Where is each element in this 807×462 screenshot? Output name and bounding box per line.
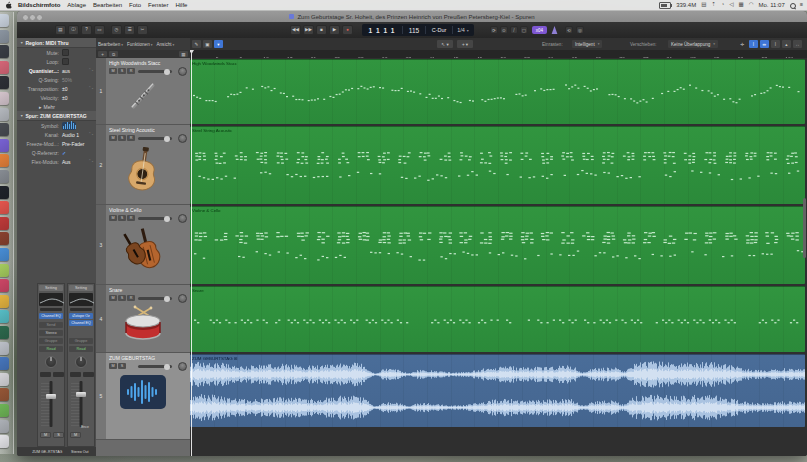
pan-knob[interactable] — [178, 294, 187, 303]
menu-clock[interactable]: Mo. 11:07 — [759, 2, 785, 8]
track-menu-bearbeiten[interactable]: Bearbeiten▾ — [98, 42, 123, 47]
smart-controls-button[interactable]: ◷ — [111, 25, 122, 35]
checkmark-icon[interactable]: ✓ — [62, 150, 66, 156]
dock-app-icon[interactable] — [0, 388, 9, 401]
menu-item-foto[interactable]: Foto — [129, 2, 141, 8]
slider-thumb[interactable] — [164, 364, 170, 370]
insert-izotope[interactable]: iZotope Oz — [69, 313, 93, 319]
toolbar-button[interactable]: ▭ — [94, 25, 105, 35]
fader-thumb[interactable] — [46, 394, 56, 399]
dock-app-icon[interactable] — [0, 61, 9, 74]
output-slot[interactable]: Stereo — [39, 330, 63, 336]
solo-button[interactable]: ▢ — [520, 26, 528, 34]
apple-loops-button[interactable]: ⟲ — [565, 26, 573, 34]
lcd-signature[interactable]: 1/4▾ — [453, 24, 473, 36]
dock-app-icon[interactable] — [0, 326, 9, 339]
track-inspector-header[interactable]: ▼Spur: ZUM GEBURTSTAG — [17, 111, 96, 121]
strip-mute-button[interactable]: M — [40, 432, 51, 438]
forward-button[interactable]: ▶▶ — [303, 25, 314, 35]
upload-icon[interactable]: ⇡ — [711, 2, 716, 8]
bounce-button[interactable]: Bnce — [81, 425, 89, 429]
dock-app-icon[interactable] — [0, 201, 9, 214]
dock-app-icon[interactable] — [0, 14, 9, 27]
region-inspector-header[interactable]: ▼Region: MIDI Thru — [17, 38, 96, 48]
insert-channel-eq[interactable]: Channel EQ — [39, 313, 63, 319]
region-high-woodwinds-stacc[interactable]: High Woodwinds Stacc — [190, 59, 805, 124]
dock-app-icon[interactable] — [0, 170, 9, 183]
inspector-value[interactable]: ±0 — [62, 95, 68, 101]
control-center-icon[interactable]: ≡ — [800, 2, 803, 8]
stepper-icon[interactable]: ⌃⌄ — [88, 69, 94, 72]
menu-item-fenster[interactable]: Fenster — [148, 2, 168, 8]
drag-menu[interactable]: Keine Überlappung▾ — [668, 40, 718, 48]
region-snare[interactable]: Snare — [190, 286, 805, 352]
group-slot[interactable]: Gruppe — [39, 338, 63, 344]
rewind-button[interactable]: ◀◀ — [290, 25, 301, 35]
dock-app-icon[interactable] — [0, 108, 9, 121]
time-machine-icon[interactable]: ◔ — [721, 2, 724, 8]
inspector-value[interactable]: Aus — [62, 159, 71, 165]
dock-app-icon[interactable] — [0, 232, 9, 245]
mute-button[interactable]: M — [109, 135, 117, 141]
track-header-5[interactable]: 5ZUM GEBURTSTAGMS — [96, 353, 190, 440]
h-zoom-icon[interactable]: ↔ — [793, 40, 802, 48]
mute-button[interactable]: M — [109, 363, 117, 369]
dock-app-icon[interactable] — [0, 92, 9, 105]
slider-thumb[interactable] — [164, 216, 170, 222]
snap-menu[interactable]: Intelligent▾ — [572, 40, 602, 48]
automation-mode[interactable]: Read — [39, 346, 63, 352]
track-sort-button[interactable]: ▦ — [179, 51, 188, 57]
solo-button[interactable]: S — [118, 215, 126, 221]
send-slot[interactable]: Send — [39, 322, 63, 328]
track-menu-ansicht[interactable]: Ansicht▾ — [157, 42, 175, 47]
checkbox[interactable] — [62, 49, 69, 56]
slider-thumb[interactable] — [164, 296, 170, 302]
automation-button[interactable]: ✎ — [192, 40, 201, 48]
dock-app-icon[interactable] — [0, 186, 9, 199]
slider-thumb[interactable] — [164, 69, 170, 75]
display-icon[interactable]: ▤ — [701, 2, 706, 8]
slider-thumb[interactable] — [164, 136, 170, 142]
zoom-tool-selector[interactable]: + ▾ — [457, 40, 473, 48]
gain-value[interactable] — [70, 372, 81, 377]
lcd-display[interactable]: 1 1 1 1115C-Dur1/4▾ — [362, 24, 474, 36]
volume-slider[interactable] — [138, 137, 172, 140]
dock-app-icon[interactable] — [0, 76, 9, 89]
mixer-button[interactable]: ☰ — [124, 25, 135, 35]
pan-knob[interactable] — [178, 134, 187, 143]
solo-button[interactable]: S — [118, 295, 126, 301]
volume-fader[interactable] — [50, 381, 53, 427]
region-steel-string-acoustic[interactable]: Steel String Acoustic — [190, 126, 805, 204]
strip-setting-button[interactable]: Setting — [69, 285, 93, 291]
dock-app-icon[interactable] — [0, 217, 9, 230]
zoom-slider-icon[interactable]: ▴ — [782, 40, 791, 48]
region-zum-geburtstag[interactable]: ZUM GEBURTSTAG ⊞ — [190, 354, 805, 427]
strip-solo-button[interactable]: S — [53, 432, 64, 438]
track-symbol-icon[interactable] — [62, 122, 76, 130]
track-header-4[interactable]: 4SnareMSR — [96, 285, 190, 353]
group-slot[interactable]: Gruppe — [69, 338, 93, 344]
dock-app-icon[interactable] — [0, 248, 9, 261]
command-click-tool-button[interactable]: ⇹ — [760, 40, 769, 48]
dock-app-icon[interactable] — [0, 123, 9, 136]
apple-menu-icon[interactable] — [5, 1, 12, 9]
dock-app-icon[interactable] — [0, 45, 9, 58]
add-track-button[interactable]: + — [98, 51, 107, 57]
dock-app-icon[interactable] — [0, 139, 9, 152]
dock-app-icon[interactable] — [0, 404, 9, 417]
replace-button[interactable]: ⊙ — [500, 26, 508, 34]
eq-thumbnail[interactable] — [69, 293, 93, 306]
volume-slider[interactable] — [138, 217, 172, 220]
record-enable-button[interactable]: R — [127, 215, 135, 221]
pan-knob[interactable] — [75, 356, 87, 368]
inspector-value[interactable]: 50% — [62, 77, 72, 83]
browser-button[interactable]: ◎ — [576, 26, 584, 34]
dock-app-icon[interactable] — [0, 310, 9, 323]
stepper-icon[interactable]: ⌃⌄ — [88, 160, 94, 163]
inspector-value[interactable]: Audio 1 — [62, 132, 79, 138]
dock-app-icon[interactable] — [0, 264, 9, 277]
menu-item-hilfe[interactable]: Hilfe — [175, 2, 187, 8]
metronome-icon[interactable] — [550, 26, 559, 34]
solo-button[interactable]: S — [118, 135, 126, 141]
lcd-position[interactable]: 1 1 1 1 — [362, 24, 402, 36]
